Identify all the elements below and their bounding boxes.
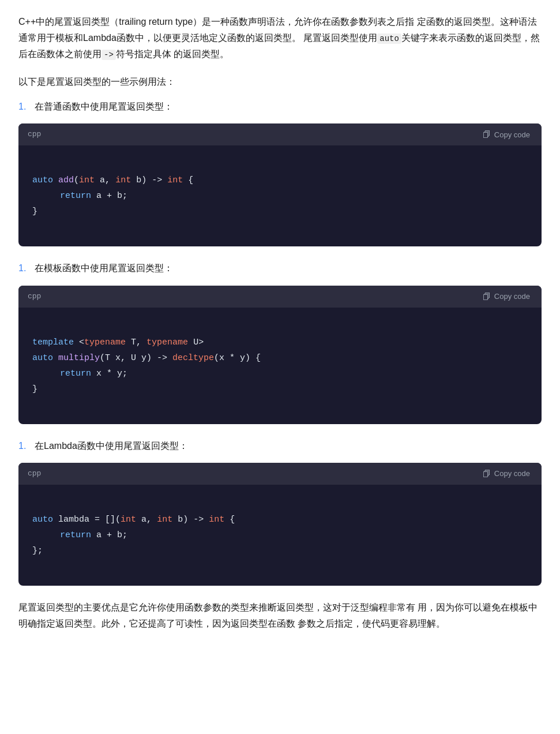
copy-icon-2: 🗍	[483, 292, 491, 301]
code-lang-3: cpp	[28, 467, 41, 480]
list-number-2: 1.	[18, 260, 30, 276]
code-line-1-3: return a + b;	[32, 188, 528, 204]
code-line-3-1	[32, 496, 528, 512]
code-line-3-5	[32, 559, 528, 574]
code-block-3: cpp 🗍 Copy code auto lambda = [](int a, …	[18, 463, 542, 586]
list-label-3: 在Lambda函数中使用尾置返回类型：	[35, 438, 188, 454]
code-header-1: cpp 🗍 Copy code	[18, 123, 542, 145]
code-header-3: cpp 🗍 Copy code	[18, 463, 542, 485]
code-line-3-2: auto lambda = [](int a, int b) -> int {	[32, 512, 528, 527]
copy-icon-1: 🗍	[483, 130, 491, 139]
list-number-3: 1.	[18, 438, 30, 454]
code-line-3-4: };	[32, 543, 528, 559]
code-line-1-5	[32, 219, 528, 235]
list-item-3: 1. 在Lambda函数中使用尾置返回类型：	[18, 438, 542, 454]
code-line-2-3: auto multiply(T x, U y) -> decltype(x * …	[32, 350, 528, 366]
code-header-2: cpp 🗍 Copy code	[18, 286, 542, 308]
list-label-2: 在模板函数中使用尾置返回类型：	[35, 260, 173, 276]
copy-label-3: Copy code	[494, 469, 530, 478]
code-block-2: cpp 🗍 Copy code template <typename T, ty…	[18, 286, 542, 424]
code-line-2-4: return x * y;	[32, 366, 528, 381]
outro-paragraph: 尾置返回类型的主要优点是它允许你使用函数参数的类型来推断返回类型，这对于泛型编程…	[18, 600, 542, 632]
copy-button-2[interactable]: 🗍 Copy code	[480, 291, 532, 302]
list-item-1: 1. 在普通函数中使用尾置返回类型：	[18, 99, 542, 114]
code-line-1-2: auto add(int a, int b) -> int {	[32, 173, 528, 188]
code-line-3-3: return a + b;	[32, 527, 528, 543]
intro-paragraph: C++中的尾置返回类型（trailing return type）是一种函数声明…	[18, 14, 542, 62]
code-lang-1: cpp	[28, 128, 41, 141]
copy-label-1: Copy code	[494, 130, 530, 139]
code-line-1-1	[32, 157, 528, 173]
code-content-1: auto add(int a, int b) -> int { return a…	[18, 145, 542, 246]
code-block-1: cpp 🗍 Copy code auto add(int a, int b) -…	[18, 123, 542, 246]
section-intro-text: 以下是尾置返回类型的一些示例用法：	[18, 74, 542, 89]
code-content-2: template <typename T, typename U> auto m…	[18, 308, 542, 424]
list-label-1: 在普通函数中使用尾置返回类型：	[35, 99, 173, 114]
code-line-1-4: }	[32, 204, 528, 219]
list-number-1: 1.	[18, 99, 30, 114]
code-line-2-2: template <typename T, typename U>	[32, 335, 528, 350]
code-lang-2: cpp	[28, 290, 41, 303]
copy-button-3[interactable]: 🗍 Copy code	[480, 468, 532, 480]
section-2: 1. 在模板函数中使用尾置返回类型： cpp 🗍 Copy code templ…	[18, 260, 542, 424]
code-content-3: auto lambda = [](int a, int b) -> int { …	[18, 485, 542, 586]
page-content: C++中的尾置返回类型（trailing return type）是一种函数声明…	[18, 14, 542, 632]
copy-button-1[interactable]: 🗍 Copy code	[480, 129, 532, 140]
list-item-2: 1. 在模板函数中使用尾置返回类型：	[18, 260, 542, 276]
section-1: 1. 在普通函数中使用尾置返回类型： cpp 🗍 Copy code auto …	[18, 99, 542, 246]
copy-label-2: Copy code	[494, 292, 530, 301]
code-line-2-5: }	[32, 381, 528, 397]
code-line-2-6	[32, 397, 528, 413]
copy-icon-3: 🗍	[483, 469, 491, 478]
section-3: 1. 在Lambda函数中使用尾置返回类型： cpp 🗍 Copy code a…	[18, 438, 542, 586]
code-line-2-1	[32, 319, 528, 335]
